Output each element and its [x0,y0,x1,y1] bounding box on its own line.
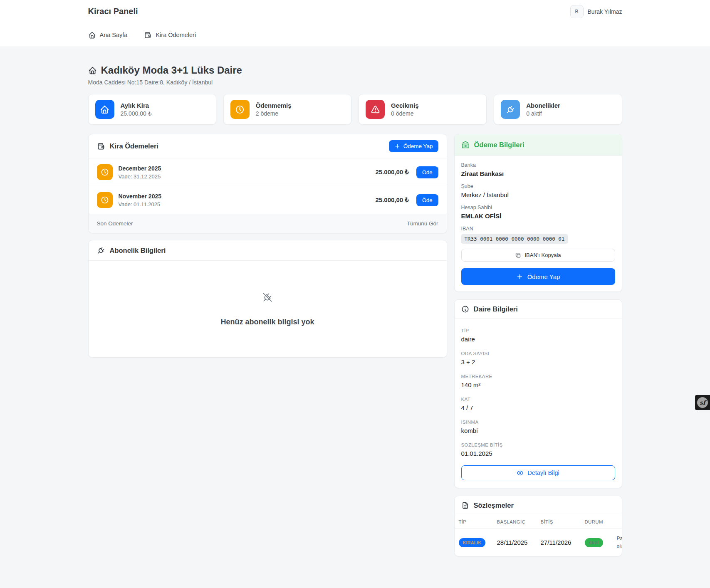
contracts-card: Sözleşmeler TİP BAŞLANGIÇ BİTİŞ DURUM [454,496,622,556]
field-label: Hesap Sahibi [461,205,615,210]
user-menu[interactable]: B Burak Yılmaz [570,5,622,18]
field-label: IBAN [461,226,615,232]
main-nav: Ana Sayfa Kira Ödemeleri [0,23,710,47]
account-holder: EMLAK OFİSİ [461,212,615,220]
clock-icon [97,192,113,208]
apartment-type: daire [461,336,615,343]
iban-value: TR33 0001 0000 0000 0000 0000 01 [461,234,568,244]
column-header: TİP [455,515,493,529]
contract-type-badge: KIRALIK [459,538,486,547]
copy-iban-button[interactable]: IBAN'ı Kopyala [461,249,615,262]
copy-icon [515,252,521,258]
page-title: Kadıköy Moda 3+1 Lüks Daire [101,64,242,76]
stat-label: Aylık Kira [121,102,152,109]
floor: 4 / 7 [461,404,615,411]
detail-info-button[interactable]: Detaylı Bilgi [461,465,615,480]
rent-payments-card: Kira Ödemeleri Ödeme Yap December 2025 V… [88,134,447,233]
stats-row: Aylık Kira 25.000,00 ₺ Ödenmemiş 2 ödeme… [88,94,622,125]
bank-icon [461,141,470,149]
avatar[interactable]: B [570,5,584,18]
field-label: KAT [461,397,615,402]
nav-label: Ana Sayfa [100,32,128,38]
column-header [613,515,622,529]
main-content: Kadıköy Moda 3+1 Lüks Daire Moda Caddesi… [88,47,622,556]
app-title: Kiracı Paneli [88,7,138,16]
see-all-link[interactable]: Tümünü Gör [407,220,438,227]
field-label: SÖZLEŞME BİTİŞ [461,442,615,447]
info-circle-icon [461,305,469,313]
subscriptions-card: Abonelik Bilgileri Henüz abonelik bilgis… [88,240,447,358]
alert-triangle-icon [366,100,385,119]
plug-off-icon [262,292,273,303]
wallet-icon [97,142,105,151]
stat-value: 0 aktif [526,110,560,117]
nav-item-ana-sayfa[interactable]: Ana Sayfa [88,31,128,39]
top-bar: Kiracı Paneli B Burak Yılmaz [0,0,710,23]
make-payment-button[interactable]: Ödeme Yap [461,268,615,285]
user-name: Burak Yılmaz [588,8,622,15]
heating: kombi [461,427,615,434]
contract-end-date: 01.01.2025 [461,450,615,457]
payment-month: December 2025 [119,165,161,172]
symfony-toolbar-toggle[interactable]: sf [695,395,710,410]
room-count: 3 + 2 [461,358,615,366]
subscriptions-empty-state: Henüz abonelik bilgisi yok [89,261,447,357]
table-row: KIRALIK 28/11/2025 27/11/2026 Aktif Payl… [455,529,622,556]
stat-card-abonelikler: Abonelikler 0 aktif [494,94,622,125]
plug-icon [97,246,105,254]
contract-start: 28/11/2025 [493,529,537,556]
payment-due-date: Vade: 31.12.2025 [119,173,161,180]
add-payment-button[interactable]: Ödeme Yap [389,140,438,152]
wallet-icon [144,31,152,39]
field-label: TİP [461,328,615,333]
plus-icon [516,273,523,280]
payment-amount: 25.000,00 ₺ [375,196,408,204]
stat-card-gecikmis: Gecikmiş 0 ödeme [359,94,487,125]
card-title: Daire Bilgileri [474,305,518,313]
symfony-logo-icon: sf [697,397,708,408]
payment-row: December 2025 Vade: 31.12.2025 25.000,00… [89,158,447,186]
nav-item-kira-odemeleri[interactable]: Kira Ödemeleri [144,31,196,39]
field-label: Banka [461,162,615,168]
stat-value: 2 ödeme [256,110,292,117]
property-address: Moda Caddesi No:15 Daire:8, Kadıköy / İs… [88,79,622,86]
card-title: Sözleşmeler [474,502,514,509]
home-icon [88,66,97,75]
stat-label: Abonelikler [526,102,560,109]
plug-icon [501,100,520,119]
bank-name: Ziraat Bankası [461,170,615,177]
clock-icon [230,100,250,119]
field-label: ISINMA [461,420,615,425]
stat-value: 25.000,00 ₺ [121,110,152,117]
home-icon [88,31,96,39]
stat-label: Gecikmiş [391,102,419,109]
empty-state-text: Henüz abonelik bilgisi yok [220,318,314,326]
payment-month: November 2025 [119,193,162,200]
column-header: DURUM [581,515,613,529]
field-label: ODA SAYISI [461,351,615,356]
field-label: METREKARE [461,374,615,379]
card-title: Ödeme Bilgileri [474,141,524,149]
stat-card-odenmemis: Ödenmemiş 2 ödeme [223,94,351,125]
payment-amount: 25.000,00 ₺ [375,168,408,176]
payment-due-date: Vade: 01.11.2025 [119,201,162,208]
card-title: Kira Ödemeleri [110,142,158,150]
footer-label: Son Ödemeler [97,220,133,227]
square-meters: 140 m² [461,381,615,388]
pay-button[interactable]: Öde [416,194,438,206]
status-badge: Aktif [585,538,603,547]
stat-label: Ödenmemiş [256,102,292,109]
pay-button[interactable]: Öde [416,166,438,178]
home-icon [95,100,114,119]
branch-name: Merkez / İstanbul [461,191,615,198]
stat-card-aylik-kira: Aylık Kira 25.000,00 ₺ [88,94,216,125]
field-label: Şube [461,183,615,189]
file-text-icon [461,502,469,509]
eye-icon [517,469,524,477]
payment-info-card: Ödeme Bilgileri Banka Ziraat Bankası Şub… [454,134,622,292]
contract-end: 27/11/2026 [537,529,581,556]
contract-note: Paylaşım li oluşturulm [617,535,622,550]
plus-icon [394,143,401,149]
contracts-table: TİP BAŞLANGIÇ BİTİŞ DURUM KIRALIK 28/11/… [455,515,622,556]
nav-label: Kira Ödemeleri [156,32,196,38]
